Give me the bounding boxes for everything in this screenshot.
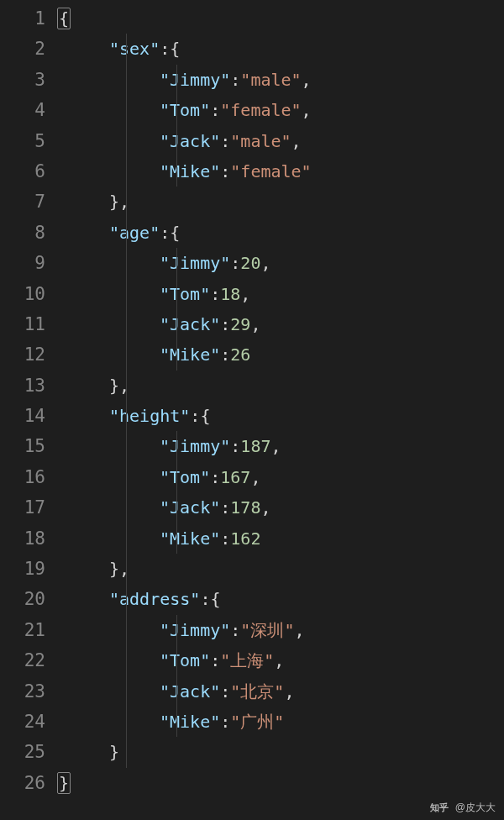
- line-number: 11: [7, 309, 45, 339]
- code-line[interactable]: },: [59, 187, 504, 217]
- open-brace: {: [200, 406, 210, 426]
- code-line[interactable]: "sex":{: [59, 34, 504, 64]
- code-line[interactable]: "age":{: [59, 218, 504, 248]
- colon: :: [230, 620, 240, 640]
- line-number: 17: [7, 492, 45, 523]
- code-line[interactable]: "Jimmy":"深圳",: [59, 615, 504, 645]
- code-line[interactable]: }: [59, 737, 504, 767]
- watermark: 知乎 @皮大大: [430, 801, 496, 815]
- colon: :: [160, 223, 170, 243]
- json-number: 20: [240, 253, 260, 273]
- code-content[interactable]: { "sex":{ "Jimmy":"male", "Tom":"female"…: [59, 0, 504, 820]
- comma: ,: [302, 100, 312, 120]
- comma: ,: [119, 559, 129, 579]
- json-string: "广州": [230, 712, 284, 732]
- code-line[interactable]: "Mike":162: [59, 523, 504, 554]
- comma: ,: [119, 192, 129, 212]
- colon: :: [230, 436, 240, 456]
- open-brace: {: [210, 589, 220, 609]
- line-number: 15: [7, 431, 45, 461]
- comma: ,: [291, 131, 302, 151]
- json-key: "Jack": [160, 131, 220, 151]
- code-line[interactable]: },: [59, 554, 504, 584]
- open-brace: {: [57, 8, 71, 29]
- line-number: 10: [7, 279, 45, 309]
- code-line[interactable]: "Mike":"广州": [59, 707, 504, 737]
- author-name: @皮大大: [455, 802, 496, 813]
- comma: ,: [250, 314, 260, 334]
- json-key: "age": [109, 223, 160, 243]
- json-key: "Mike": [160, 712, 220, 732]
- json-key: "Tom": [160, 284, 210, 304]
- comma: ,: [274, 650, 284, 670]
- line-number: 13: [7, 371, 45, 401]
- json-key: "Tom": [160, 467, 210, 487]
- line-number: 16: [7, 462, 45, 492]
- json-key: "Mike": [160, 528, 220, 549]
- line-number-gutter: 1 2 3 4 5 6 7 8 9 10 11 12 13 14 15 16 1…: [0, 0, 59, 820]
- comma: ,: [260, 253, 270, 273]
- code-line[interactable]: }: [59, 768, 504, 798]
- code-line[interactable]: "Tom":18,: [59, 279, 504, 309]
- code-line[interactable]: "Jack":"male",: [59, 126, 504, 156]
- code-line[interactable]: },: [59, 371, 504, 401]
- close-brace: }: [109, 376, 119, 396]
- json-number: 162: [230, 528, 260, 549]
- json-string: "上海": [220, 650, 274, 670]
- colon: :: [210, 100, 220, 120]
- colon: :: [220, 131, 230, 151]
- json-key: "Tom": [160, 650, 210, 670]
- open-brace: {: [170, 39, 180, 59]
- code-line[interactable]: "Jack":29,: [59, 309, 504, 339]
- comma: ,: [302, 70, 312, 90]
- comma: ,: [119, 376, 129, 396]
- line-number: 1: [7, 3, 45, 34]
- line-number: 21: [7, 615, 45, 645]
- json-key: "Jack": [160, 314, 220, 334]
- code-line[interactable]: "Tom":167,: [59, 462, 504, 492]
- code-line[interactable]: {: [59, 3, 504, 34]
- code-line[interactable]: "Jimmy":"male",: [59, 65, 504, 95]
- line-number: 24: [7, 707, 45, 737]
- open-brace: {: [170, 223, 180, 243]
- line-number: 25: [7, 737, 45, 767]
- colon: :: [220, 314, 230, 334]
- colon: :: [230, 70, 240, 90]
- json-key: "Jimmy": [160, 253, 230, 273]
- code-line[interactable]: "height":{: [59, 401, 504, 431]
- code-line[interactable]: "Tom":"female",: [59, 95, 504, 125]
- line-number: 18: [7, 523, 45, 554]
- json-key: "address": [109, 589, 200, 609]
- code-line[interactable]: "Tom":"上海",: [59, 645, 504, 675]
- code-line[interactable]: "address":{: [59, 584, 504, 614]
- json-key: "Jack": [160, 497, 220, 518]
- line-number: 2: [7, 34, 45, 64]
- code-editor[interactable]: 1 2 3 4 5 6 7 8 9 10 11 12 13 14 15 16 1…: [0, 0, 504, 820]
- line-number: 23: [7, 676, 45, 707]
- colon: :: [200, 589, 210, 609]
- code-line[interactable]: "Jimmy":187,: [59, 431, 504, 461]
- line-number: 19: [7, 554, 45, 584]
- colon: :: [220, 344, 230, 365]
- json-key: "Jimmy": [160, 620, 230, 640]
- comma: ,: [240, 284, 250, 304]
- json-key: "Jimmy": [160, 70, 230, 90]
- json-key: "Jimmy": [160, 436, 230, 456]
- comma: ,: [284, 681, 294, 702]
- code-line[interactable]: "Jack":178,: [59, 492, 504, 523]
- colon: :: [220, 712, 230, 732]
- colon: :: [230, 253, 240, 273]
- json-number: 26: [230, 344, 250, 365]
- code-line[interactable]: "Mike":26: [59, 339, 504, 370]
- code-line[interactable]: "Mike":"female": [59, 156, 504, 187]
- code-line[interactable]: "Jack":"北京",: [59, 676, 504, 707]
- comma: ,: [260, 497, 270, 518]
- line-number: 5: [7, 126, 45, 156]
- json-string: "male": [230, 131, 291, 151]
- json-key: "height": [109, 406, 190, 426]
- code-line[interactable]: "Jimmy":20,: [59, 248, 504, 278]
- json-number: 178: [230, 497, 260, 518]
- line-number: 22: [7, 645, 45, 675]
- json-number: 29: [230, 314, 250, 334]
- colon: :: [160, 39, 170, 59]
